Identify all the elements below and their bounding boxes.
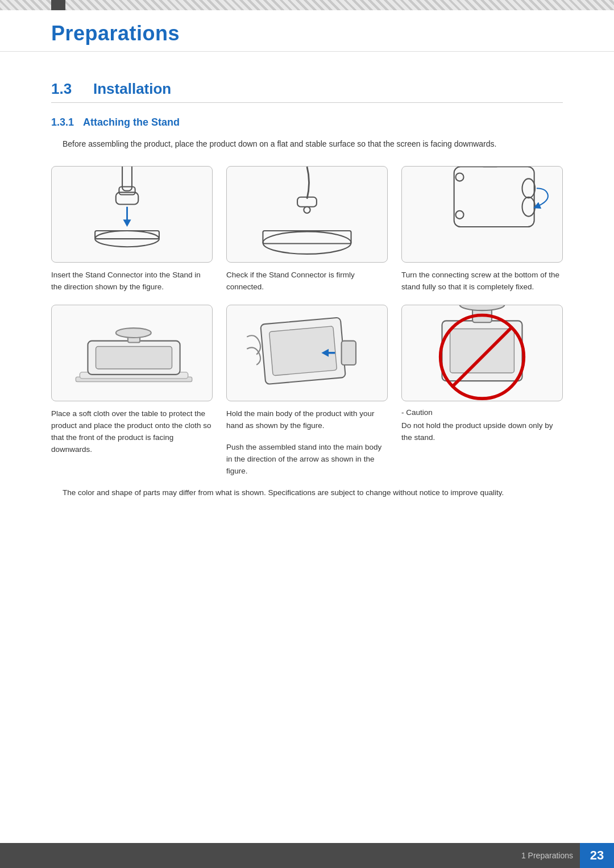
cloth-svg [52, 305, 212, 401]
image-cloth [51, 305, 213, 401]
footer-page-number: 23 [580, 843, 614, 868]
top-bar [0, 0, 614, 10]
image-cell-5: Hold the main body of the product with y… [226, 305, 388, 477]
caption-5-wrapper: Hold the main body of the product with y… [226, 408, 388, 477]
svg-point-13 [455, 210, 463, 218]
subsection-title: Attaching the Stand [83, 117, 180, 128]
svg-marker-4 [123, 219, 131, 227]
caption-1: Insert the Stand Connector into the Stan… [51, 269, 213, 293]
caption-3: Turn the connecting screw at the bottom … [401, 269, 563, 293]
svg-point-12 [455, 173, 463, 181]
caution-label: - Caution [401, 408, 563, 417]
intro-text: Before assembling the product, place the… [51, 138, 563, 150]
image-cell-6: - Caution Do not hold the product upside… [401, 305, 563, 477]
image-caution [401, 305, 563, 401]
image-cell-3: Turn the connecting screw at the bottom … [401, 166, 563, 293]
section-title: Installation [93, 80, 171, 98]
stand-screw-svg [402, 166, 562, 263]
subsection-heading: 1.3.1 Attaching the Stand [51, 117, 563, 128]
image-stand-connector [51, 166, 213, 263]
image-grid: Insert the Stand Connector into the Stan… [51, 166, 563, 477]
image-hold [226, 305, 388, 401]
page-header: Preparations [0, 10, 614, 52]
svg-point-23 [116, 329, 151, 338]
main-content: 1.3 Installation 1.3.1 Attaching the Sta… [0, 52, 614, 533]
caption-6: Do not hold the product upside down only… [401, 420, 563, 444]
svg-rect-21 [96, 347, 172, 369]
caption-2: Check if the Stand Connector is firmly c… [226, 269, 388, 293]
section-number: 1.3 [51, 80, 80, 98]
page-title: Preparations [51, 22, 563, 45]
stand-connector-svg [52, 166, 212, 263]
svg-point-14 [522, 178, 535, 198]
footer-bar: 1 Preparations 23 [0, 843, 614, 868]
svg-point-15 [522, 197, 535, 216]
caption-6-wrapper: - Caution Do not hold the product upside… [401, 408, 563, 444]
note-text: The color and shape of parts may differ … [51, 487, 563, 499]
svg-rect-6 [95, 231, 159, 239]
svg-point-8 [263, 231, 351, 254]
hold-svg [227, 305, 387, 401]
svg-rect-26 [342, 341, 356, 365]
stand-check-svg [227, 166, 387, 263]
subsection-number: 1.3.1 [51, 117, 74, 128]
image-cell-4: Place a soft cloth over the table to pro… [51, 305, 213, 477]
caption-5b: Push the assembled stand into the main b… [226, 442, 388, 477]
svg-point-32 [460, 305, 505, 310]
image-stand-screw [401, 166, 563, 263]
caption-5a: Hold the main body of the product with y… [226, 408, 388, 432]
image-cell-1: Insert the Stand Connector into the Stan… [51, 166, 213, 293]
image-cell-2: Check if the Stand Connector is firmly c… [226, 166, 388, 293]
section-heading: 1.3 Installation [51, 80, 563, 103]
caption-4: Place a soft cloth over the table to pro… [51, 408, 213, 456]
svg-rect-11 [454, 167, 534, 227]
svg-point-10 [304, 206, 310, 213]
top-bar-accent [51, 0, 65, 10]
caution-svg [402, 305, 562, 401]
svg-rect-9 [263, 231, 351, 244]
image-stand-check [226, 166, 388, 263]
footer-text: 1 Preparations [521, 851, 573, 860]
